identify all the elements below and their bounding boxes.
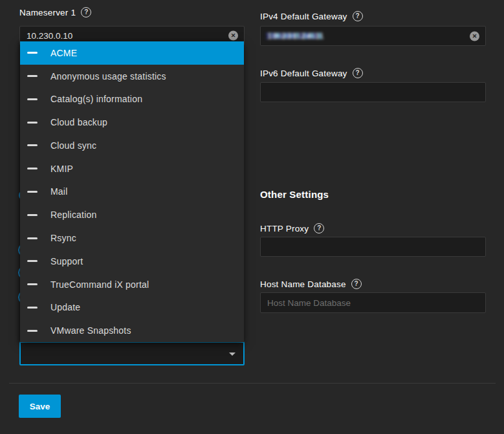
minus-icon bbox=[27, 260, 38, 262]
ipv6-gateway-input[interactable] bbox=[260, 82, 486, 102]
dropdown-option-update[interactable]: Update bbox=[20, 296, 244, 319]
minus-icon bbox=[27, 122, 38, 124]
nameserver1-value: 10.230.0.10 bbox=[20, 31, 72, 41]
dropdown-option-anonymous-usage-statistics[interactable]: Anonymous usage statistics bbox=[20, 65, 244, 88]
dropdown-option-label: Cloud backup bbox=[50, 117, 107, 127]
minus-icon bbox=[27, 214, 38, 216]
dropdown-option-replication[interactable]: Replication bbox=[20, 203, 244, 226]
ipv6-gateway-label: IPv6 Default Gateway bbox=[260, 69, 347, 78]
http-proxy-label: HTTP Proxy bbox=[260, 224, 309, 233]
minus-icon bbox=[27, 237, 38, 239]
host-name-database-label-row: Host Name Database ? bbox=[260, 278, 362, 290]
dropdown-option-label: Replication bbox=[50, 210, 96, 220]
minus-icon bbox=[27, 75, 38, 77]
other-settings-heading: Other Settings bbox=[260, 189, 329, 200]
nameserver1-label: Nameserver 1 bbox=[19, 8, 76, 17]
chevron-down-icon bbox=[229, 353, 236, 356]
nameserver1-label-row: Nameserver 1 ? bbox=[19, 6, 91, 18]
dropdown-option-support[interactable]: Support bbox=[20, 250, 244, 273]
dropdown-option-label: Mail bbox=[50, 186, 67, 197]
ipv6-gateway-label-row: IPv6 Default Gateway ? bbox=[260, 67, 363, 79]
service-dropdown-panel: ACME Anonymous usage statistics Catalog(… bbox=[20, 41, 244, 342]
network-global-configuration-form: Nameserver 1 ? 10.230.0.10 ✕ Save ACME A… bbox=[0, 0, 504, 434]
dropdown-option-truecommand-ix-portal[interactable]: TrueCommand iX portal bbox=[20, 273, 244, 296]
clear-icon[interactable]: ✕ bbox=[228, 31, 238, 41]
help-icon[interactable]: ? bbox=[81, 7, 91, 17]
dropdown-option-catalogs-information[interactable]: Catalog(s) information bbox=[20, 88, 244, 111]
dropdown-option-mail[interactable]: Mail bbox=[20, 180, 244, 204]
dropdown-option-label: ACME bbox=[50, 48, 77, 58]
dropdown-option-cloud-backup[interactable]: Cloud backup bbox=[20, 111, 244, 134]
http-proxy-input[interactable] bbox=[260, 237, 486, 257]
dropdown-option-label: Cloud sync bbox=[50, 140, 96, 151]
dropdown-option-label: Anonymous usage statistics bbox=[50, 71, 166, 81]
dropdown-option-label: Catalog(s) information bbox=[50, 94, 142, 104]
minus-icon bbox=[27, 330, 38, 332]
dropdown-option-acme[interactable]: ACME bbox=[20, 41, 244, 65]
dropdown-option-label: TrueCommand iX portal bbox=[50, 279, 149, 290]
dropdown-option-cloud-sync[interactable]: Cloud sync bbox=[20, 134, 244, 157]
dropdown-option-label: VMware Snapshots bbox=[50, 325, 131, 336]
minus-icon bbox=[27, 307, 38, 309]
save-button[interactable]: Save bbox=[19, 395, 61, 418]
dropdown-option-rsync[interactable]: Rsync bbox=[20, 226, 244, 250]
ipv4-gateway-value: 10.231.24.1 bbox=[261, 31, 320, 41]
minus-icon bbox=[27, 283, 38, 285]
host-name-database-placeholder: Host Name Database bbox=[261, 298, 351, 308]
host-name-database-label: Host Name Database bbox=[260, 279, 346, 289]
dropdown-option-label: Update bbox=[50, 302, 80, 312]
help-icon[interactable]: ? bbox=[353, 68, 363, 78]
http-proxy-label-row: HTTP Proxy ? bbox=[260, 222, 324, 234]
ipv4-gateway-input[interactable]: 10.231.24.1 ✕ bbox=[260, 26, 486, 46]
minus-icon bbox=[27, 144, 38, 146]
dropdown-option-vmware-snapshots[interactable]: VMware Snapshots bbox=[20, 319, 244, 342]
ipv4-gateway-label-row: IPv4 Default Gateway ? bbox=[260, 10, 363, 22]
dropdown-option-label: KMIP bbox=[50, 164, 73, 174]
ipv4-gateway-label: IPv4 Default Gateway bbox=[260, 12, 347, 21]
minus-icon bbox=[27, 52, 38, 54]
host-name-database-input[interactable]: Host Name Database bbox=[260, 292, 486, 313]
dropdown-option-label: Rsync bbox=[50, 233, 76, 243]
section-divider bbox=[9, 383, 496, 384]
dropdown-option-kmip[interactable]: KMIP bbox=[20, 157, 244, 180]
minus-icon bbox=[27, 168, 38, 169]
outbound-service-select[interactable] bbox=[19, 342, 245, 365]
dropdown-option-label: Support bbox=[50, 256, 83, 266]
clear-icon[interactable]: ✕ bbox=[470, 31, 479, 41]
help-icon[interactable]: ? bbox=[314, 223, 324, 233]
minus-icon bbox=[27, 98, 38, 100]
help-icon[interactable]: ? bbox=[353, 11, 363, 21]
minus-icon bbox=[27, 191, 38, 193]
help-icon[interactable]: ? bbox=[351, 279, 362, 289]
